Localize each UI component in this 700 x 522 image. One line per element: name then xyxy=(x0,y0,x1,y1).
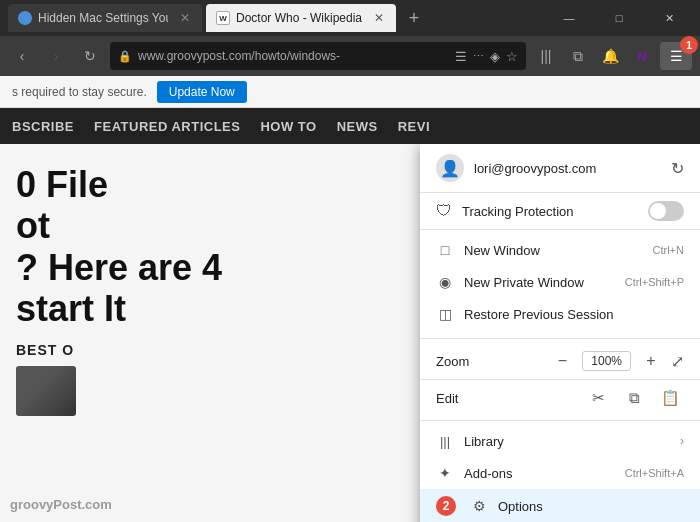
tab-wiki-label: Doctor Who - Wikipedia xyxy=(236,11,362,25)
onenote-icon[interactable]: N xyxy=(628,42,656,70)
account-avatar: 👤 xyxy=(436,154,464,182)
menu-badge: 1 xyxy=(680,36,698,54)
zoom-plus-button[interactable]: + xyxy=(639,349,663,373)
divider-2 xyxy=(420,420,700,421)
account-email: lori@groovypost.com xyxy=(474,161,661,176)
groovy-logo: groovyPost.com xyxy=(10,493,112,514)
close-button[interactable]: ✕ xyxy=(646,0,692,36)
logo-text: groovyPost.com xyxy=(10,497,112,512)
nav-news[interactable]: NEWS xyxy=(337,119,378,134)
tab-favicon-wiki: W xyxy=(216,11,230,25)
paste-icon[interactable]: 📋 xyxy=(656,386,684,410)
restore-session-label: Restore Previous Session xyxy=(464,307,684,322)
page-action-icon: ☰ xyxy=(455,49,467,64)
new-window-icon: □ xyxy=(436,241,454,259)
new-tab-button[interactable]: + xyxy=(400,4,428,32)
site-nav: BSCRIBE FEATURED ARTICLES HOW TO NEWS RE… xyxy=(0,108,700,144)
zoom-label: Zoom xyxy=(436,354,542,369)
tracking-protection-row[interactable]: 🛡 Tracking Protection xyxy=(420,193,700,230)
update-bar: s required to stay secure. Update Now xyxy=(0,76,700,108)
tab-groovy-label: Hidden Mac Settings You Ca... xyxy=(38,11,168,25)
menu-item-restore-session[interactable]: ◫ Restore Previous Session xyxy=(420,298,700,330)
nav-featured[interactable]: FEATURED ARTICLES xyxy=(94,119,240,134)
forward-button[interactable]: › xyxy=(42,42,70,70)
private-window-label: New Private Window xyxy=(464,275,615,290)
menu-section-windows: □ New Window Ctrl+N ◉ New Private Window… xyxy=(420,230,700,334)
toolbar: ‹ › ↻ 🔒 www.groovypost.com/howto/windows… xyxy=(0,36,700,76)
reader-icon: ⋯ xyxy=(473,50,484,63)
shield-icon: 🛡 xyxy=(436,202,452,220)
update-now-button[interactable]: Update Now xyxy=(157,81,247,103)
address-text: www.groovypost.com/howto/windows- xyxy=(138,49,340,63)
copy-icon[interactable]: ⧉ xyxy=(620,386,648,410)
best-of-label: BEST O xyxy=(16,342,74,358)
page-content: 0 File ot ? Here are 4 start It BEST O g… xyxy=(0,144,700,522)
browser-window: Hidden Mac Settings You Ca... ✕ W Doctor… xyxy=(0,0,700,522)
maximize-button[interactable]: □ xyxy=(596,0,642,36)
library-arrow-icon: › xyxy=(680,434,684,448)
notifications-icon[interactable]: 🔔 xyxy=(596,42,624,70)
tab-groovy[interactable]: Hidden Mac Settings You Ca... ✕ xyxy=(8,4,202,32)
menu-item-new-window[interactable]: □ New Window Ctrl+N xyxy=(420,234,700,266)
edit-label: Edit xyxy=(436,391,576,406)
zoom-expand-icon[interactable]: ⤢ xyxy=(671,352,684,371)
zoom-row: Zoom − 100% + ⤢ xyxy=(420,343,700,379)
tracking-toggle[interactable] xyxy=(648,201,684,221)
menu-item-private-window[interactable]: ◉ New Private Window Ctrl+Shift+P xyxy=(420,266,700,298)
menu-button[interactable]: ☰ 1 xyxy=(660,42,692,70)
restore-session-icon: ◫ xyxy=(436,305,454,323)
nav-howto[interactable]: HOW TO xyxy=(260,119,316,134)
addons-icon: ✦ xyxy=(436,464,454,482)
update-message: s required to stay secure. xyxy=(12,85,147,99)
new-window-shortcut: Ctrl+N xyxy=(653,244,684,256)
tab-wiki[interactable]: W Doctor Who - Wikipedia ✕ xyxy=(206,4,396,32)
refresh-button[interactable]: ↻ xyxy=(76,42,104,70)
library-icon: ||| xyxy=(436,432,454,450)
title-bar: Hidden Mac Settings You Ca... ✕ W Doctor… xyxy=(0,0,700,36)
dropdown-menu: 👤 lori@groovypost.com ↻ 🛡 Tracking Prote… xyxy=(420,144,700,522)
synced-tabs-icon[interactable]: ⧉ xyxy=(564,42,592,70)
addons-label: Add-ons xyxy=(464,466,615,481)
thumbnail-1 xyxy=(16,366,76,416)
lock-icon: 🔒 xyxy=(118,50,132,63)
addons-shortcut: Ctrl+Shift+A xyxy=(625,467,684,479)
menu-item-library[interactable]: ||| Library › xyxy=(420,425,700,457)
options-badge: 2 xyxy=(436,496,456,516)
account-refresh-icon[interactable]: ↻ xyxy=(671,159,684,178)
private-window-shortcut: Ctrl+Shift+P xyxy=(625,276,684,288)
zoom-minus-button[interactable]: − xyxy=(550,349,574,373)
options-label: Options xyxy=(498,499,684,514)
tracking-label: Tracking Protection xyxy=(462,204,638,219)
tab-groovy-close[interactable]: ✕ xyxy=(178,11,192,25)
library-toolbar-icon[interactable]: ||| xyxy=(532,42,560,70)
nav-reviews[interactable]: REVI xyxy=(398,119,430,134)
tab-favicon-groovy xyxy=(18,11,32,25)
cut-icon[interactable]: ✂ xyxy=(584,386,612,410)
library-label: Library xyxy=(464,434,670,449)
back-button[interactable]: ‹ xyxy=(8,42,36,70)
minimize-button[interactable]: — xyxy=(546,0,592,36)
address-bar[interactable]: 🔒 www.groovypost.com/howto/windows- ☰ ⋯ … xyxy=(110,42,526,70)
account-row[interactable]: 👤 lori@groovypost.com ↻ xyxy=(420,144,700,193)
menu-item-addons[interactable]: ✦ Add-ons Ctrl+Shift+A xyxy=(420,457,700,489)
new-window-label: New Window xyxy=(464,243,643,258)
tab-wiki-close[interactable]: ✕ xyxy=(372,11,386,25)
divider-1 xyxy=(420,338,700,339)
options-icon: ⚙ xyxy=(470,497,488,515)
private-window-icon: ◉ xyxy=(436,273,454,291)
edit-row: Edit ✂ ⧉ 📋 xyxy=(420,379,700,416)
zoom-value: 100% xyxy=(582,351,631,371)
nav-subscribe[interactable]: BSCRIBE xyxy=(12,119,74,134)
menu-item-options[interactable]: 2 ⚙ Options xyxy=(420,489,700,522)
hamburger-icon: ☰ xyxy=(670,48,683,64)
pocket-icon: ◈ xyxy=(490,49,500,64)
bookmark-icon: ☆ xyxy=(506,49,518,64)
toolbar-icons: ||| ⧉ 🔔 N ☰ 1 xyxy=(532,42,692,70)
